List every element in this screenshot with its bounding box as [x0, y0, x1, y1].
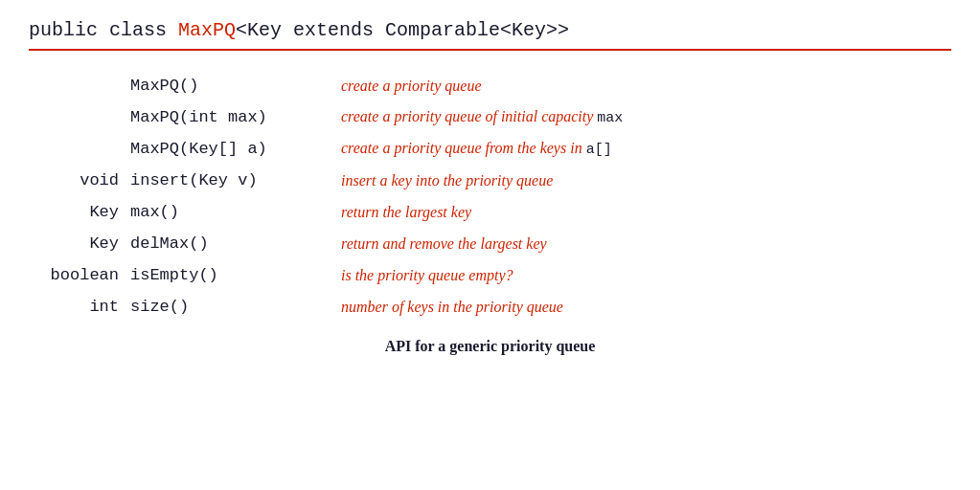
- method-signature: MaxPQ(): [125, 70, 335, 101]
- table-row: MaxPQ(int max) create a priority queue o…: [29, 101, 951, 133]
- return-type: Key: [29, 196, 125, 228]
- return-type: [29, 70, 125, 101]
- public-class-keyword: public class: [29, 19, 178, 41]
- return-type: void: [29, 165, 125, 196]
- method-signature: MaxPQ(int max): [125, 101, 335, 133]
- table-row: Key max() return the largest key: [29, 196, 951, 228]
- return-type: Key: [29, 228, 125, 259]
- return-type: int: [29, 291, 125, 323]
- method-signature: delMax(): [125, 228, 335, 259]
- table-row: boolean isEmpty() is the priority queue …: [29, 259, 951, 291]
- method-signature: isEmpty(): [125, 259, 335, 291]
- description: create a priority queue of initial capac…: [335, 101, 951, 133]
- return-type: boolean: [29, 259, 125, 291]
- table-row: void insert(Key v) insert a key into the…: [29, 165, 951, 196]
- description: number of keys in the priority queue: [335, 291, 951, 323]
- table-row: MaxPQ(Key[] a) create a priority queue f…: [29, 133, 951, 165]
- header-line: public class MaxPQ<Key extends Comparabl…: [29, 19, 951, 51]
- method-signature: max(): [125, 196, 335, 228]
- class-name: MaxPQ: [178, 19, 236, 41]
- description: insert a key into the priority queue: [335, 165, 951, 196]
- method-signature: MaxPQ(Key[] a): [125, 133, 335, 165]
- table-row: MaxPQ() create a priority queue: [29, 70, 951, 101]
- description: return the largest key: [335, 196, 951, 228]
- return-type: [29, 133, 125, 165]
- description: is the priority queue empty?: [335, 259, 951, 291]
- class-generic: <Key extends Comparable<Key>>: [236, 19, 569, 41]
- description: return and remove the largest key: [335, 228, 951, 259]
- caption: API for a generic priority queue: [29, 338, 951, 355]
- api-table: MaxPQ() create a priority queue MaxPQ(in…: [29, 70, 951, 323]
- method-signature: size(): [125, 291, 335, 323]
- return-type: [29, 101, 125, 133]
- description: create a priority queue from the keys in…: [335, 133, 951, 165]
- table-row: int size() number of keys in the priorit…: [29, 291, 951, 323]
- method-signature: insert(Key v): [125, 165, 335, 196]
- table-row: Key delMax() return and remove the large…: [29, 228, 951, 259]
- description: create a priority queue: [335, 70, 951, 101]
